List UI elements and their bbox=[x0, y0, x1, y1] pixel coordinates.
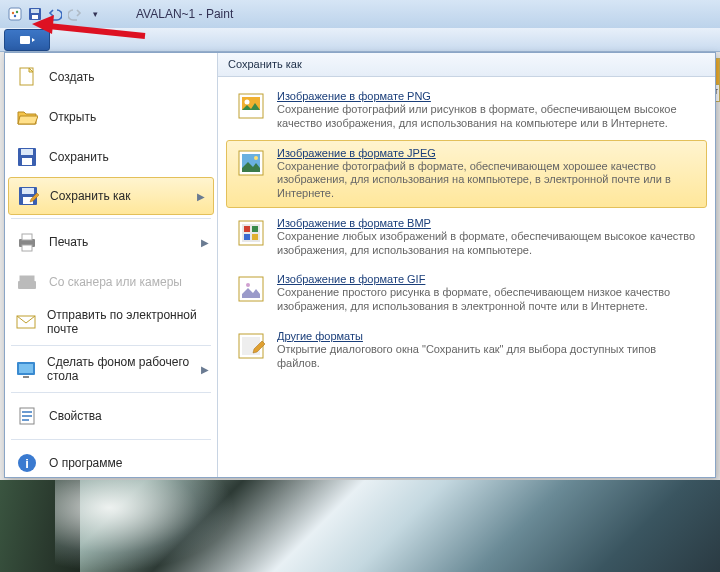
format-item-gif[interactable]: Изображение в формате GIFСохранение прос… bbox=[226, 266, 707, 321]
menu-item-mail[interactable]: Отправить по электронной почте bbox=[5, 302, 217, 342]
print-icon bbox=[15, 230, 39, 254]
props-icon bbox=[15, 404, 39, 428]
format-title: Изображение в формате GIF bbox=[277, 273, 698, 285]
svg-point-33 bbox=[245, 100, 250, 105]
svg-rect-40 bbox=[252, 226, 258, 232]
titlebar: ▾ AVALAN~1 - Paint bbox=[0, 0, 720, 28]
svg-point-2 bbox=[16, 11, 18, 13]
svg-rect-17 bbox=[22, 245, 32, 251]
format-item-bmp[interactable]: Изображение в формате BMPСохранение любы… bbox=[226, 210, 707, 265]
svg-point-1 bbox=[12, 12, 14, 14]
menu-item-save[interactable]: Сохранить bbox=[5, 137, 217, 177]
svg-rect-41 bbox=[244, 234, 250, 240]
menu-item-about[interactable]: iО программе bbox=[5, 443, 217, 483]
svg-rect-39 bbox=[244, 226, 250, 232]
about-icon: i bbox=[15, 451, 39, 475]
menu-item-label: Отправить по электронной почте bbox=[47, 308, 207, 336]
submenu-arrow-icon: ▶ bbox=[197, 191, 205, 202]
format-description: Сохранение фотографий в формате, обеспеч… bbox=[277, 160, 698, 201]
svg-rect-42 bbox=[252, 234, 258, 240]
svg-point-36 bbox=[254, 156, 258, 160]
menu-separator bbox=[11, 392, 211, 393]
svg-rect-16 bbox=[22, 234, 32, 240]
svg-rect-11 bbox=[22, 158, 32, 165]
svg-rect-7 bbox=[20, 36, 30, 44]
menu-item-label: О программе bbox=[49, 456, 122, 470]
redo-icon[interactable] bbox=[66, 5, 84, 23]
qat-dropdown-icon[interactable]: ▾ bbox=[86, 5, 104, 23]
menu-item-open[interactable]: Открыть bbox=[5, 97, 217, 137]
menu-item-label: Печать bbox=[49, 235, 88, 249]
menu-item-scanner: Со сканера или камеры bbox=[5, 262, 217, 302]
open-icon bbox=[15, 105, 39, 129]
menu-item-label: Со сканера или камеры bbox=[49, 275, 182, 289]
format-description: Сохранение простого рисунка в формате, о… bbox=[277, 286, 698, 314]
menu-item-label: Сделать фоном рабочего стола bbox=[47, 355, 207, 383]
wallpaper-icon bbox=[15, 357, 37, 381]
format-item-png[interactable]: Изображение в формате PNGСохранение фото… bbox=[226, 83, 707, 138]
other-format-icon bbox=[235, 330, 267, 362]
svg-text:i: i bbox=[25, 456, 29, 471]
menu-item-props[interactable]: Свойства bbox=[5, 396, 217, 436]
menu-item-label: Свойства bbox=[49, 409, 102, 423]
submenu-arrow-icon: ▶ bbox=[201, 237, 209, 248]
svg-rect-27 bbox=[22, 419, 29, 421]
svg-rect-10 bbox=[21, 149, 33, 155]
undo-icon[interactable] bbox=[46, 5, 64, 23]
svg-rect-0 bbox=[9, 8, 21, 20]
jpeg-format-icon bbox=[235, 147, 267, 179]
window-title: AVALAN~1 - Paint bbox=[136, 7, 233, 21]
svg-rect-25 bbox=[22, 411, 32, 413]
mail-icon bbox=[15, 310, 37, 334]
menu-item-label: Открыть bbox=[49, 110, 96, 124]
format-title: Изображение в формате BMP bbox=[277, 217, 698, 229]
format-description: Сохранение любых изображений в формате, … bbox=[277, 230, 698, 258]
svg-rect-6 bbox=[32, 15, 38, 19]
scanner-icon bbox=[15, 270, 39, 294]
svg-rect-5 bbox=[31, 9, 39, 13]
format-description: Открытие диалогового окна "Сохранить как… bbox=[277, 343, 698, 371]
format-title: Изображение в формате PNG bbox=[277, 90, 698, 102]
menu-separator bbox=[11, 439, 211, 440]
svg-rect-19 bbox=[20, 276, 34, 282]
svg-rect-13 bbox=[22, 188, 34, 194]
format-title: Изображение в формате JPEG bbox=[277, 147, 698, 159]
menu-item-print[interactable]: Печать▶ bbox=[5, 222, 217, 262]
format-title: Другие форматы bbox=[277, 330, 698, 342]
svg-point-3 bbox=[14, 15, 16, 17]
ribbon-row bbox=[0, 28, 720, 52]
file-menu-panel: СоздатьОткрытьСохранитьСохранить как▶Печ… bbox=[4, 52, 716, 478]
format-item-other[interactable]: Другие форматыОткрытие диалогового окна … bbox=[226, 323, 707, 378]
menu-item-wallpaper[interactable]: Сделать фоном рабочего стола▶ bbox=[5, 349, 217, 389]
format-description: Сохранение фотографий или рисунков в фор… bbox=[277, 103, 698, 131]
bmp-format-icon bbox=[235, 217, 267, 249]
svg-rect-23 bbox=[23, 376, 29, 378]
paint-app-icon bbox=[6, 5, 24, 23]
menu-separator bbox=[11, 345, 211, 346]
svg-rect-22 bbox=[19, 364, 33, 373]
png-format-icon bbox=[235, 90, 267, 122]
menu-item-label: Сохранить как bbox=[50, 189, 130, 203]
gif-format-icon bbox=[235, 273, 267, 305]
saveas-icon bbox=[16, 184, 40, 208]
quick-access-toolbar: ▾ bbox=[2, 5, 108, 23]
file-menu-left: СоздатьОткрытьСохранитьСохранить как▶Печ… bbox=[5, 53, 218, 477]
new-icon bbox=[15, 65, 39, 89]
menu-item-new[interactable]: Создать bbox=[5, 57, 217, 97]
menu-item-saveas[interactable]: Сохранить как▶ bbox=[8, 177, 214, 215]
desktop-background-image bbox=[0, 480, 720, 572]
save-icon[interactable] bbox=[26, 5, 44, 23]
file-menu-button[interactable] bbox=[4, 29, 50, 51]
menu-separator bbox=[11, 218, 211, 219]
menu-item-label: Сохранить bbox=[49, 150, 109, 164]
saveas-header: Сохранить как bbox=[218, 53, 715, 77]
format-item-jpeg[interactable]: Изображение в формате JPEGСохранение фот… bbox=[226, 140, 707, 208]
file-menu-right: Сохранить как Изображение в формате PNGС… bbox=[218, 53, 715, 477]
save-icon bbox=[15, 145, 39, 169]
svg-point-45 bbox=[246, 283, 250, 287]
menu-item-label: Создать bbox=[49, 70, 95, 84]
svg-rect-26 bbox=[22, 415, 32, 417]
submenu-arrow-icon: ▶ bbox=[201, 364, 209, 375]
